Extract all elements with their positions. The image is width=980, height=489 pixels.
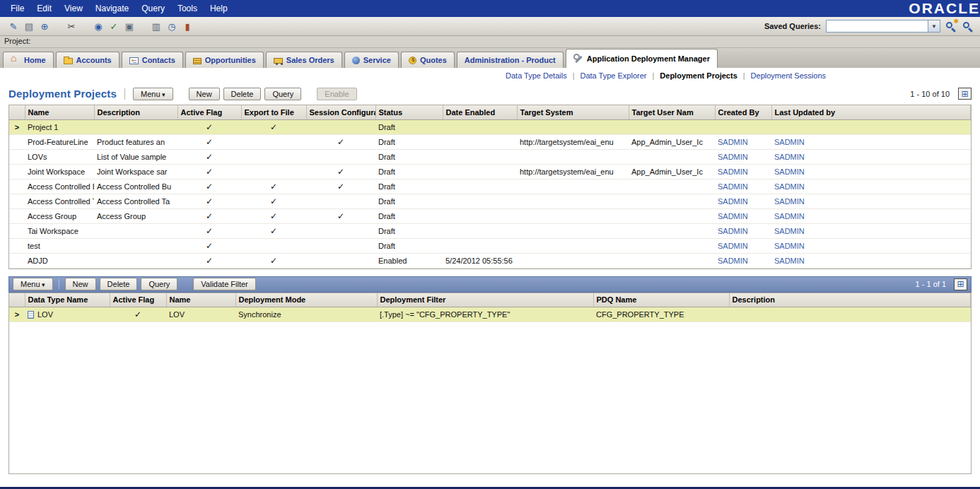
combo-dropdown-icon[interactable]: ▼ (928, 20, 940, 32)
table-row[interactable]: Access GroupAccess Group✓✓✓DraftSADMINSA… (9, 208, 971, 223)
projects-menu-button[interactable]: Menu (133, 88, 173, 100)
new-record-icon[interactable]: ✎ (6, 19, 21, 33)
cell-date-enabled (443, 238, 517, 253)
row-selector[interactable] (9, 238, 25, 253)
tab-service[interactable]: Service (344, 52, 399, 68)
row-selector[interactable] (9, 223, 25, 238)
cell-description: List of Value sample (94, 149, 177, 164)
table-row[interactable]: Joint WorkspaceJoint Workspace sar✓✓Draf… (9, 164, 971, 179)
cell-description: Joint Workspace sar (94, 164, 177, 179)
record-navigation-icon[interactable]: ⊞ (958, 88, 972, 100)
column-header-description[interactable]: Description (94, 105, 177, 119)
row-selector[interactable]: > (9, 307, 25, 322)
tab-home[interactable]: Home (3, 52, 54, 68)
spell-check-icon[interactable]: ✓ (106, 19, 122, 33)
menu-tools[interactable]: Tools (171, 4, 204, 13)
validate-record-icon[interactable]: ▣ (122, 19, 137, 33)
view-link-data-type-details[interactable]: Data Type Details (506, 71, 567, 80)
row-selector[interactable] (9, 134, 25, 149)
table-row[interactable]: ADJD✓✓Enabled5/24/2012 05:55:56SADMINSAD… (9, 253, 971, 268)
column-header-data-type-name[interactable]: Data Type Name (25, 293, 110, 307)
data-types-query-button[interactable]: Query (141, 278, 177, 290)
table-row[interactable]: Tai Workspace✓✓DraftSADMINSADMIN (9, 223, 971, 238)
tab-contacts[interactable]: Contacts (122, 52, 183, 68)
cell-active-flag: ✓ (177, 194, 241, 208)
column-header-pdq-name[interactable]: PDQ Name (593, 293, 729, 307)
table-row[interactable]: >LOV✓LOVSynchronize[.Type] ~= "CFG_PROPE… (9, 307, 971, 322)
projects-enable-button: Enable (317, 88, 356, 100)
projects-grid: NameDescriptionActive FlagExport to File… (8, 105, 972, 269)
column-header-date-enabled[interactable]: Date Enabled (443, 105, 517, 119)
row-selector[interactable] (9, 164, 25, 179)
column-header-deployment-mode[interactable]: Deployment Mode (235, 293, 377, 307)
save-record-icon[interactable]: ▤ (21, 19, 37, 33)
tab-application-deployment-manager[interactable]: Application Deployment Manager (566, 49, 718, 68)
cell-status: Draft (375, 164, 443, 179)
column-header-created-by[interactable]: Created By (715, 105, 771, 119)
row-selector[interactable] (9, 208, 25, 223)
row-selector[interactable]: > (9, 119, 25, 134)
column-header-deployment-filter[interactable]: Deployment Filter (377, 293, 593, 307)
view-link-data-type-explorer[interactable]: Data Type Explorer (581, 71, 647, 80)
menu-query[interactable]: Query (135, 4, 171, 13)
cell-target-system (517, 149, 629, 164)
cell-date-enabled (443, 179, 517, 194)
history-icon[interactable]: ◷ (164, 19, 180, 33)
saved-queries-value[interactable] (827, 20, 928, 32)
table-row[interactable]: >Project 1✓✓Draft (9, 119, 971, 134)
table-row[interactable]: Prod-FeatureLineProduct features an✓✓Dra… (9, 134, 971, 149)
cut-icon[interactable]: ✂ (64, 19, 79, 33)
row-selector[interactable] (9, 194, 25, 208)
table-row[interactable]: test✓DraftSADMINSADMIN (9, 238, 971, 253)
column-header-last-updated-by[interactable]: Last Updated by (771, 105, 971, 119)
menu-edit[interactable]: Edit (30, 4, 58, 13)
column-header-target-user-nam[interactable]: Target User Nam (629, 105, 715, 119)
cell-target-user (629, 208, 715, 223)
column-header-name[interactable]: Name (166, 293, 235, 307)
projects-query-button[interactable]: Query (264, 88, 301, 100)
saved-queries-combobox[interactable]: ▼ (826, 20, 940, 33)
projects-new-button[interactable]: New (189, 88, 220, 100)
tab-sales-orders[interactable]: Sales Orders (266, 52, 342, 68)
search-icon[interactable] (962, 20, 974, 33)
data-types-delete-button[interactable]: Delete (100, 278, 138, 290)
data-types-menu-button[interactable]: Menu (13, 278, 53, 290)
site-map-icon[interactable]: ⊕ (37, 19, 52, 33)
table-row[interactable]: LOVsList of Value sample✓DraftSADMINSADM… (9, 149, 971, 164)
menu-file[interactable]: File (4, 4, 30, 13)
column-header-status[interactable]: Status (375, 105, 443, 119)
reports-icon[interactable]: ▥ (148, 19, 164, 33)
data-types-validate-filter-button[interactable]: Validate Filter (193, 278, 255, 290)
column-header-name[interactable]: Name (25, 105, 94, 119)
database-icon[interactable]: ▮ (180, 19, 195, 33)
record-navigation-icon[interactable]: ⊞ (954, 278, 967, 290)
table-row[interactable]: Access Controlled BuAccess Controlled Bu… (9, 179, 971, 194)
row-selector[interactable] (9, 149, 25, 164)
query-assistant-icon[interactable]: ✱ (945, 20, 957, 33)
table-row[interactable]: Access Controlled TaAccess Controlled Ta… (9, 194, 971, 208)
row-selector[interactable] (9, 253, 25, 268)
menu-help[interactable]: Help (204, 4, 234, 13)
view-link-deployment-sessions[interactable]: Deployment Sessions (751, 71, 826, 80)
tab-quotes[interactable]: Quotes (401, 52, 455, 68)
cell-status: Enabled (375, 253, 443, 268)
projects-delete-button[interactable]: Delete (223, 88, 262, 100)
separator: | (652, 71, 654, 80)
column-header-active-flag[interactable]: Active Flag (177, 105, 241, 119)
column-header-active-flag[interactable]: Active Flag (110, 293, 166, 307)
column-header-export-to-file[interactable]: Export to File (241, 105, 306, 119)
column-header-target-system[interactable]: Target System (517, 105, 629, 119)
cell-export-to-file (241, 134, 306, 149)
row-selector[interactable] (9, 179, 25, 194)
menu-view[interactable]: View (58, 4, 89, 13)
toolbar-right: Saved Queries: ▼ ✱ (764, 20, 974, 33)
data-types-new-button[interactable]: New (65, 278, 96, 290)
find-icon[interactable]: ◉ (91, 19, 106, 33)
tab-opportunities[interactable]: Opportunities (185, 52, 264, 68)
menu-navigate[interactable]: Navigate (89, 4, 135, 13)
tab-accounts[interactable]: Accounts (56, 52, 119, 68)
column-header-description[interactable]: Description (729, 293, 971, 307)
view-link-deployment-projects[interactable]: Deployment Projects (660, 71, 737, 80)
column-header-session-configura[interactable]: Session Configura (306, 105, 375, 119)
tab-administration-product[interactable]: Administration - Product (457, 52, 564, 68)
